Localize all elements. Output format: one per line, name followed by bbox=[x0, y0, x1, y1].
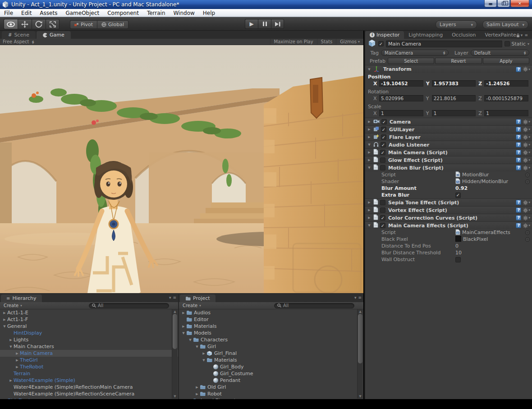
active-checkbox[interactable] bbox=[378, 41, 384, 46]
help-book-icon[interactable]: ? bbox=[516, 215, 521, 221]
hierarchy-create-button[interactable]: Create▾ bbox=[2, 303, 24, 308]
rotate-tool-button[interactable] bbox=[32, 19, 46, 29]
property-value[interactable]: 10 bbox=[455, 250, 532, 256]
project-item[interactable]: ▶Materials bbox=[179, 323, 363, 330]
foldout-icon[interactable]: ▶ bbox=[367, 201, 371, 204]
layers-dropdown[interactable]: Layers▾ bbox=[436, 20, 477, 29]
project-item[interactable]: ▼Models bbox=[179, 330, 363, 336]
tab-scene[interactable]: #Scene bbox=[2, 31, 36, 39]
hierarchy-item[interactable]: ▶TheRobot bbox=[0, 363, 178, 370]
foldout-icon[interactable]: ▶ bbox=[367, 216, 371, 220]
rotation-y-field[interactable]: 221.8016 bbox=[432, 95, 476, 101]
help-book-icon[interactable]: ? bbox=[516, 207, 521, 213]
hierarchy-search-input[interactable]: All bbox=[89, 303, 169, 308]
prefab-select-button[interactable]: Select bbox=[388, 58, 434, 64]
property-value[interactable]: BlackPixel bbox=[455, 236, 532, 243]
foldout-icon[interactable]: ▼ bbox=[188, 338, 193, 342]
component-enabled-checkbox[interactable] bbox=[380, 207, 385, 213]
scroll-thumb[interactable] bbox=[173, 314, 177, 349]
component-enabled-checkbox[interactable] bbox=[380, 223, 385, 228]
component-header-glow-effect-script-[interactable]: ▶Glow Effect (Script)?▾ bbox=[365, 156, 532, 164]
help-book-icon[interactable]: ? bbox=[516, 157, 521, 163]
game-viewport[interactable] bbox=[0, 45, 363, 293]
gear-menu-icon[interactable]: ▾ bbox=[523, 223, 530, 228]
project-create-button[interactable]: Create▾ bbox=[181, 303, 203, 308]
rotation-x-field[interactable]: 5.020996 bbox=[379, 95, 423, 101]
aspect-dropdown[interactable]: Free Aspect ▲▼ bbox=[0, 39, 56, 45]
component-enabled-checkbox[interactable] bbox=[381, 127, 386, 132]
prefab-revert-button[interactable]: Revert bbox=[435, 58, 482, 64]
component-enabled-checkbox[interactable] bbox=[381, 134, 386, 140]
help-book-icon[interactable]: ? bbox=[516, 67, 521, 72]
panel-menu-icons[interactable]: ▾≡ bbox=[354, 295, 362, 300]
restore-button[interactable] bbox=[497, 0, 510, 7]
gear-menu-icon[interactable]: ▾ bbox=[523, 208, 530, 213]
foldout-icon[interactable]: ▼ bbox=[367, 166, 371, 170]
hierarchy-item[interactable]: ▼Main Characters bbox=[0, 343, 178, 350]
prefab-apply-button[interactable]: Apply bbox=[483, 58, 529, 64]
project-scrollbar[interactable]: ▲ ▼ bbox=[357, 309, 363, 399]
object-picker-icon[interactable] bbox=[525, 230, 530, 235]
gear-menu-icon[interactable]: ▾ bbox=[523, 165, 530, 170]
project-search-input[interactable]: All bbox=[274, 303, 354, 308]
layer-dropdown[interactable]: Default▲▼ bbox=[471, 50, 529, 56]
tab-hierarchy[interactable]: ≡Hierarchy bbox=[1, 294, 42, 302]
foldout-icon[interactable]: ▶ bbox=[2, 318, 7, 322]
hierarchy-item[interactable]: ▶Act1-1-F bbox=[0, 316, 178, 323]
position-z-field[interactable]: -1.24526 bbox=[484, 80, 528, 87]
component-header-guilayer[interactable]: ▶GUILayer?▾ bbox=[365, 125, 532, 133]
property-value[interactable]: MotionBlur bbox=[455, 171, 532, 179]
foldout-icon[interactable]: ▶ bbox=[367, 208, 371, 212]
component-enabled-checkbox[interactable] bbox=[380, 150, 385, 155]
foldout-icon[interactable]: ▶ bbox=[14, 358, 20, 362]
step-button[interactable] bbox=[271, 19, 284, 29]
menu-edit[interactable]: Edit bbox=[17, 9, 36, 17]
gizmos-dropdown[interactable]: Gizmos▾ bbox=[336, 39, 363, 45]
hierarchy-item[interactable]: HintDisplay bbox=[0, 330, 178, 336]
project-item[interactable]: ▼Girl bbox=[179, 343, 363, 350]
pause-button[interactable] bbox=[258, 19, 271, 29]
property-checkbox[interactable] bbox=[455, 257, 461, 262]
panel-menu-icons[interactable]: ▾≡ bbox=[169, 295, 176, 300]
component-enabled-checkbox[interactable] bbox=[381, 142, 386, 147]
component-header-main-camera-effects-script-[interactable]: ▼Main Camera Effects (Script)?▾ bbox=[365, 221, 532, 229]
foldout-icon[interactable]: ▼ bbox=[2, 325, 7, 328]
project-item[interactable]: Girl_Body bbox=[179, 363, 363, 370]
panel-splitter[interactable] bbox=[178, 294, 179, 399]
stats-button[interactable]: Stats bbox=[317, 39, 336, 45]
gear-menu-icon[interactable]: ▾ bbox=[523, 150, 530, 155]
static-checkbox[interactable] bbox=[504, 41, 510, 46]
foldout-icon[interactable]: ▶ bbox=[181, 311, 186, 315]
foldout-icon[interactable]: ▼ bbox=[8, 345, 14, 349]
property-value[interactable] bbox=[455, 193, 532, 198]
foldout-icon[interactable]: ▶ bbox=[367, 128, 371, 131]
maximize-on-play-button[interactable]: Maximize on Play bbox=[270, 39, 317, 45]
position-y-field[interactable]: 1.957383 bbox=[432, 80, 476, 87]
component-enabled-checkbox[interactable] bbox=[380, 165, 385, 170]
foldout-icon[interactable]: ▶ bbox=[367, 158, 371, 162]
gear-menu-icon[interactable]: ▾ bbox=[523, 135, 530, 140]
project-item[interactable]: ▼Characters bbox=[179, 336, 363, 343]
layout-dropdown[interactable]: Salim Layout▾ bbox=[482, 20, 528, 29]
hierarchy-item[interactable]: ▶Lights bbox=[0, 336, 178, 343]
property-value[interactable]: SHidden/MotionBlur bbox=[455, 178, 532, 185]
component-header-audio-listener[interactable]: ▼Audio Listener?▾ bbox=[365, 141, 532, 148]
gear-menu-icon[interactable]: ▾ bbox=[523, 142, 530, 147]
project-item[interactable]: ▶Audios bbox=[179, 309, 363, 316]
menu-terrain[interactable]: Terrain bbox=[143, 9, 170, 17]
tab-vertexpainter[interactable]: VertexPainte bbox=[480, 31, 517, 39]
property-checkbox[interactable] bbox=[455, 193, 461, 198]
foldout-icon[interactable]: ▼ bbox=[194, 345, 200, 349]
foldout-icon[interactable]: ▼ bbox=[367, 143, 371, 147]
hierarchy-item[interactable]: ▶Main Camera bbox=[0, 350, 178, 357]
gear-menu-icon[interactable]: ▾ bbox=[523, 127, 530, 132]
foldout-icon[interactable]: ▼ bbox=[181, 331, 186, 335]
minimize-button[interactable]: ▬ bbox=[484, 0, 497, 7]
component-enabled-checkbox[interactable] bbox=[380, 200, 385, 205]
project-item[interactable]: Editor bbox=[179, 316, 363, 323]
foldout-icon[interactable]: ▼ bbox=[367, 224, 371, 227]
tab-occlusion[interactable]: Occlusion bbox=[447, 31, 480, 39]
window-titlebar[interactable]: Unity - Act_1_1.unity - Unity Project - … bbox=[0, 0, 532, 9]
component-header-motion-blur-script-[interactable]: ▼Motion Blur (Script)?▾ bbox=[365, 164, 532, 171]
foldout-icon[interactable]: ▶ bbox=[367, 151, 371, 154]
